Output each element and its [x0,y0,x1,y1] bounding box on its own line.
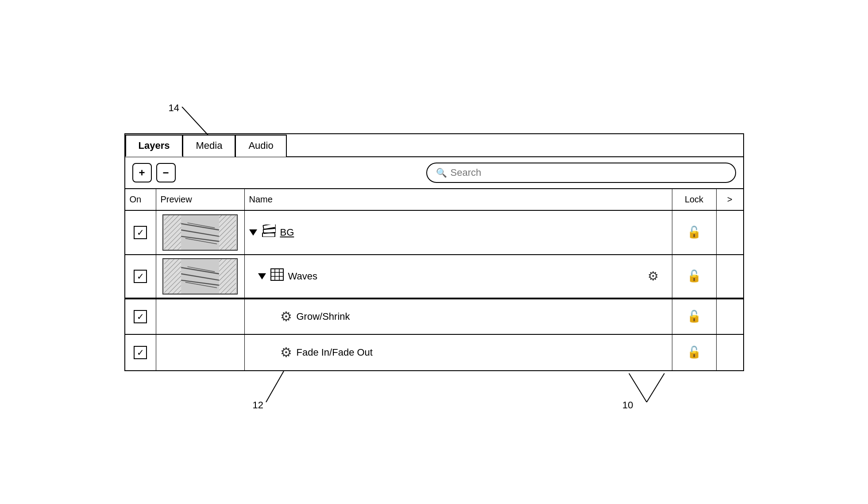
on-checkbox-bg[interactable]: ✓ [134,226,147,239]
tab-layers[interactable]: Layers [125,135,183,157]
annotation-10-arrow [620,369,673,404]
on-cell-waves: ✓ [125,255,156,298]
svg-rect-4 [181,215,219,250]
lock-icon-grow[interactable]: 🔓 [687,310,701,323]
preview-image-bg [162,214,238,251]
on-cell-grow: ✓ [125,299,156,334]
preview-cell-fade [156,335,245,370]
lock-icon-bg[interactable]: 🔓 [687,225,701,239]
lock-cell-grow: 🔓 [672,299,717,334]
svg-line-0 [182,107,208,136]
on-checkbox-waves[interactable]: ✓ [134,270,147,283]
diagram-container: 14 Layers Media Audio + − 🔍 On Preview N… [124,133,744,371]
layer-name-bg[interactable]: BG [280,227,294,238]
preview-cell-waves [156,255,245,298]
lock-cell-bg: 🔓 [672,211,717,254]
expand-triangle-waves[interactable] [258,273,266,279]
expand-cell-bg[interactable] [717,211,743,254]
svg-rect-2 [164,215,181,250]
on-cell-bg: ✓ [125,211,156,254]
table-row: ✓ ⚙ Grow/Shrink 🔓 [125,299,743,335]
search-input[interactable] [451,167,726,178]
name-cell-fade: ⚙ Fade In/Fade Out [245,335,672,370]
annotation-12-arrow [262,369,297,404]
col-expand[interactable]: > [717,189,743,210]
col-lock: Lock [672,189,717,210]
on-checkbox-grow[interactable]: ✓ [134,310,147,323]
svg-rect-15 [181,259,219,294]
settings-gear-waves[interactable]: ⚙ [648,269,659,283]
preview-image-waves [162,258,238,295]
svg-line-28 [629,373,647,402]
table-row: ✓ ⚙ Fade In/Fade Out 🔓 [125,335,743,370]
grid-icon-waves [270,268,284,284]
svg-line-26 [266,371,284,402]
lock-cell-fade: 🔓 [672,335,717,370]
stack-icon-bg [262,225,276,240]
expand-cell-grow [717,299,743,334]
gear-icon-grow: ⚙ [280,309,292,324]
expand-cell-fade [717,335,743,370]
lock-icon-waves[interactable]: 🔓 [687,269,701,283]
svg-rect-21 [271,269,283,280]
on-cell-fade: ✓ [125,335,156,370]
col-on: On [125,189,156,210]
table-row: ✓ [125,255,743,299]
preview-svg-bg [163,215,237,250]
name-cell-waves: Waves ⚙ [245,255,672,298]
tab-media[interactable]: Media [182,135,235,157]
svg-line-27 [647,373,664,402]
preview-cell-grow [156,299,245,334]
svg-rect-14 [219,259,236,294]
add-layer-button[interactable]: + [132,163,152,182]
svg-rect-3 [219,215,236,250]
lock-icon-fade[interactable]: 🔓 [687,345,701,359]
gear-icon-fade: ⚙ [280,345,292,360]
expand-cell-waves[interactable] [717,255,743,298]
tabs-row: Layers Media Audio [125,134,743,157]
table-header: On Preview Name Lock > [125,189,743,211]
layers-panel: Layers Media Audio + − 🔍 On Preview Name… [124,133,744,371]
search-box: 🔍 [426,163,736,183]
remove-layer-button[interactable]: − [156,163,176,182]
preview-cell-bg [156,211,245,254]
expand-triangle-bg[interactable] [249,229,257,236]
tab-audio[interactable]: Audio [235,135,286,157]
svg-rect-13 [164,259,181,294]
toolbar-row: + − 🔍 [125,157,743,189]
search-icon: 🔍 [436,167,447,178]
layer-name-fade: Fade In/Fade Out [297,347,373,358]
name-cell-bg: BG [245,211,672,254]
layer-name-waves[interactable]: Waves [288,271,317,282]
preview-svg-waves [163,259,237,294]
lock-cell-waves: 🔓 [672,255,717,298]
table-row: ✓ [125,211,743,255]
col-preview: Preview [156,189,245,210]
name-cell-grow: ⚙ Grow/Shrink [245,299,672,334]
layer-name-grow: Grow/Shrink [297,311,350,322]
col-name: Name [245,189,672,210]
on-checkbox-fade[interactable]: ✓ [134,346,147,359]
annotation-14-arrow [169,107,222,138]
